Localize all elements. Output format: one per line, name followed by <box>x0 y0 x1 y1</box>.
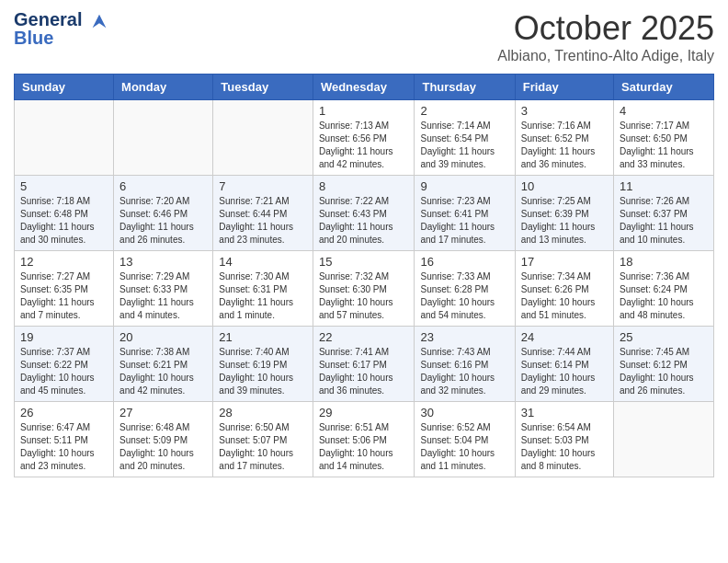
calendar-cell: 14Sunrise: 7:30 AM Sunset: 6:31 PM Dayli… <box>213 251 313 327</box>
calendar-cell: 28Sunrise: 6:50 AM Sunset: 5:07 PM Dayli… <box>213 402 313 477</box>
day-info: Sunrise: 7:20 AM Sunset: 6:46 PM Dayligh… <box>119 195 207 247</box>
day-info: Sunrise: 7:34 AM Sunset: 6:26 PM Dayligh… <box>521 270 608 322</box>
day-number: 15 <box>319 255 409 269</box>
weekday-header-tuesday: Tuesday <box>213 75 313 100</box>
calendar-cell: 11Sunrise: 7:26 AM Sunset: 6:37 PM Dayli… <box>614 176 714 251</box>
day-info: Sunrise: 6:54 AM Sunset: 5:03 PM Dayligh… <box>521 421 608 473</box>
calendar-cell: 27Sunrise: 6:48 AM Sunset: 5:09 PM Dayli… <box>114 402 213 477</box>
day-number: 14 <box>219 255 307 269</box>
day-info: Sunrise: 7:21 AM Sunset: 6:44 PM Dayligh… <box>219 195 307 247</box>
day-info: Sunrise: 7:36 AM Sunset: 6:24 PM Dayligh… <box>620 270 708 322</box>
logo: General Blue <box>14 9 109 49</box>
day-number: 28 <box>219 406 307 419</box>
calendar-cell: 3Sunrise: 7:16 AM Sunset: 6:52 PM Daylig… <box>515 100 613 176</box>
calendar-cell: 25Sunrise: 7:45 AM Sunset: 6:12 PM Dayli… <box>614 327 714 402</box>
day-info: Sunrise: 7:18 AM Sunset: 6:48 PM Dayligh… <box>20 195 108 247</box>
calendar-cell: 8Sunrise: 7:22 AM Sunset: 6:43 PM Daylig… <box>313 176 415 251</box>
day-number: 1 <box>319 104 409 118</box>
calendar-cell: 13Sunrise: 7:29 AM Sunset: 6:33 PM Dayli… <box>114 251 213 327</box>
page: General Blue October 2025 Albiano, Trent… <box>0 0 728 563</box>
day-number: 30 <box>420 406 508 419</box>
calendar-cell: 17Sunrise: 7:34 AM Sunset: 6:26 PM Dayli… <box>515 251 613 327</box>
calendar-cell: 16Sunrise: 7:33 AM Sunset: 6:28 PM Dayli… <box>415 251 515 327</box>
calendar-cell: 23Sunrise: 7:43 AM Sunset: 6:16 PM Dayli… <box>415 327 515 402</box>
calendar-cell: 9Sunrise: 7:23 AM Sunset: 6:41 PM Daylig… <box>415 176 515 251</box>
calendar-cell: 31Sunrise: 6:54 AM Sunset: 5:03 PM Dayli… <box>515 402 613 477</box>
weekday-header-wednesday: Wednesday <box>313 75 415 100</box>
calendar-cell: 18Sunrise: 7:36 AM Sunset: 6:24 PM Dayli… <box>614 251 714 327</box>
day-number: 16 <box>420 255 508 269</box>
day-number: 11 <box>620 179 708 193</box>
day-number: 29 <box>319 406 409 419</box>
day-number: 13 <box>119 255 207 269</box>
day-number: 25 <box>620 330 708 344</box>
day-number: 18 <box>620 255 708 269</box>
day-number: 3 <box>521 104 608 118</box>
calendar-cell <box>114 100 213 176</box>
logo-general: General <box>14 9 82 29</box>
day-info: Sunrise: 7:29 AM Sunset: 6:33 PM Dayligh… <box>119 270 207 322</box>
day-info: Sunrise: 6:51 AM Sunset: 5:06 PM Dayligh… <box>319 421 409 473</box>
weekday-header-thursday: Thursday <box>415 75 515 100</box>
day-number: 8 <box>319 179 409 193</box>
calendar-cell: 19Sunrise: 7:37 AM Sunset: 6:22 PM Dayli… <box>15 327 114 402</box>
calendar-week-row: 12Sunrise: 7:27 AM Sunset: 6:35 PM Dayli… <box>15 251 714 327</box>
day-number: 9 <box>420 179 508 193</box>
weekday-header-sunday: Sunday <box>15 75 114 100</box>
calendar-week-row: 1Sunrise: 7:13 AM Sunset: 6:56 PM Daylig… <box>15 100 714 176</box>
day-info: Sunrise: 7:41 AM Sunset: 6:17 PM Dayligh… <box>319 346 409 397</box>
location: Albiano, Trentino-Alto Adige, Italy <box>497 48 714 64</box>
day-info: Sunrise: 7:16 AM Sunset: 6:52 PM Dayligh… <box>521 120 608 171</box>
day-number: 26 <box>20 406 108 419</box>
day-number: 22 <box>319 330 409 344</box>
calendar-cell: 12Sunrise: 7:27 AM Sunset: 6:35 PM Dayli… <box>15 251 114 327</box>
day-number: 21 <box>219 330 307 344</box>
calendar-cell: 4Sunrise: 7:17 AM Sunset: 6:50 PM Daylig… <box>614 100 714 176</box>
calendar-cell: 21Sunrise: 7:40 AM Sunset: 6:19 PM Dayli… <box>213 327 313 402</box>
calendar-cell: 15Sunrise: 7:32 AM Sunset: 6:30 PM Dayli… <box>313 251 415 327</box>
calendar-cell <box>15 100 114 176</box>
day-number: 23 <box>420 330 508 344</box>
header: General Blue October 2025 Albiano, Trent… <box>14 9 714 64</box>
day-info: Sunrise: 6:52 AM Sunset: 5:04 PM Dayligh… <box>420 421 508 473</box>
day-info: Sunrise: 7:23 AM Sunset: 6:41 PM Dayligh… <box>420 195 508 247</box>
day-info: Sunrise: 7:13 AM Sunset: 6:56 PM Dayligh… <box>319 120 409 171</box>
calendar-cell: 6Sunrise: 7:20 AM Sunset: 6:46 PM Daylig… <box>114 176 213 251</box>
calendar-cell: 2Sunrise: 7:14 AM Sunset: 6:54 PM Daylig… <box>415 100 515 176</box>
calendar-week-row: 26Sunrise: 6:47 AM Sunset: 5:11 PM Dayli… <box>15 402 714 477</box>
weekday-header-monday: Monday <box>114 75 213 100</box>
calendar-cell <box>213 100 313 176</box>
day-info: Sunrise: 7:25 AM Sunset: 6:39 PM Dayligh… <box>521 195 608 247</box>
logo-arrow-icon <box>89 11 109 31</box>
day-number: 19 <box>20 330 108 344</box>
calendar-cell: 30Sunrise: 6:52 AM Sunset: 5:04 PM Dayli… <box>415 402 515 477</box>
weekday-header-row: SundayMondayTuesdayWednesdayThursdayFrid… <box>15 75 714 100</box>
day-number: 17 <box>521 255 608 269</box>
calendar-cell: 7Sunrise: 7:21 AM Sunset: 6:44 PM Daylig… <box>213 176 313 251</box>
day-info: Sunrise: 6:48 AM Sunset: 5:09 PM Dayligh… <box>119 421 207 473</box>
day-info: Sunrise: 7:32 AM Sunset: 6:30 PM Dayligh… <box>319 270 409 322</box>
calendar-cell: 1Sunrise: 7:13 AM Sunset: 6:56 PM Daylig… <box>313 100 415 176</box>
day-info: Sunrise: 7:27 AM Sunset: 6:35 PM Dayligh… <box>20 270 108 322</box>
day-info: Sunrise: 7:22 AM Sunset: 6:43 PM Dayligh… <box>319 195 409 247</box>
calendar-cell: 5Sunrise: 7:18 AM Sunset: 6:48 PM Daylig… <box>15 176 114 251</box>
day-number: 20 <box>119 330 207 344</box>
calendar-cell <box>614 402 714 477</box>
day-info: Sunrise: 7:17 AM Sunset: 6:50 PM Dayligh… <box>620 120 708 171</box>
day-info: Sunrise: 7:14 AM Sunset: 6:54 PM Dayligh… <box>420 120 508 171</box>
day-info: Sunrise: 7:40 AM Sunset: 6:19 PM Dayligh… <box>219 346 307 397</box>
calendar-week-row: 5Sunrise: 7:18 AM Sunset: 6:48 PM Daylig… <box>15 176 714 251</box>
day-info: Sunrise: 7:44 AM Sunset: 6:14 PM Dayligh… <box>521 346 608 397</box>
day-number: 5 <box>20 179 108 193</box>
svg-marker-0 <box>93 14 107 28</box>
calendar-table: SundayMondayTuesdayWednesdayThursdayFrid… <box>14 74 714 477</box>
calendar-cell: 29Sunrise: 6:51 AM Sunset: 5:06 PM Dayli… <box>313 402 415 477</box>
month-title: October 2025 <box>497 9 714 48</box>
day-number: 2 <box>420 104 508 118</box>
day-info: Sunrise: 6:47 AM Sunset: 5:11 PM Dayligh… <box>20 421 108 473</box>
calendar-cell: 10Sunrise: 7:25 AM Sunset: 6:39 PM Dayli… <box>515 176 613 251</box>
weekday-header-friday: Friday <box>515 75 613 100</box>
day-number: 6 <box>119 179 207 193</box>
day-info: Sunrise: 7:33 AM Sunset: 6:28 PM Dayligh… <box>420 270 508 322</box>
calendar-cell: 22Sunrise: 7:41 AM Sunset: 6:17 PM Dayli… <box>313 327 415 402</box>
